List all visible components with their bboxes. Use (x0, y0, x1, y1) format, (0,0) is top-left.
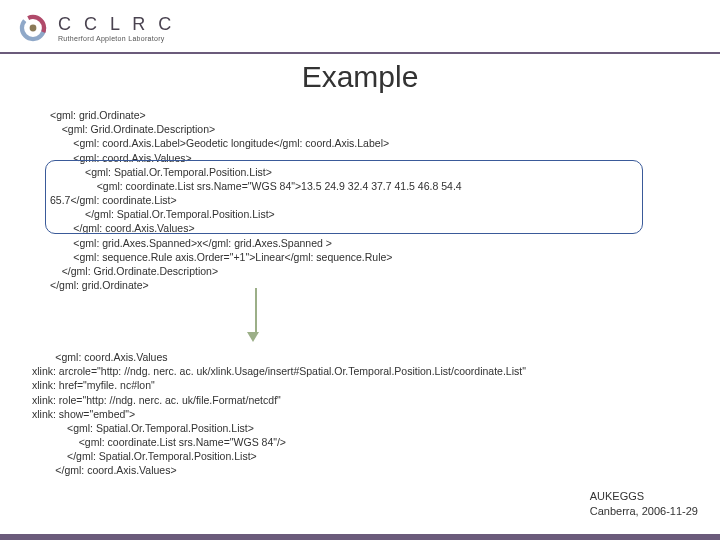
slide-header: C C L R C Rutherford Appleton Laboratory (0, 0, 720, 54)
gml-code-block-2: <gml: coord.Axis.Values xlink: arcrole="… (32, 350, 526, 478)
gml-code-block-1: <gml: grid.Ordinate> <gml: Grid.Ordinate… (50, 108, 462, 292)
slide-title: Example (0, 60, 720, 94)
footer-line1: AUKEGGS (590, 489, 698, 503)
footer-line2: Canberra, 2006-11-29 (590, 504, 698, 518)
org-sub: Rutherford Appleton Laboratory (58, 35, 175, 42)
footer-meta: AUKEGGS Canberra, 2006-11-29 (590, 489, 698, 518)
footer-bar (0, 534, 720, 540)
svg-point-2 (30, 25, 37, 32)
down-arrow-icon (252, 288, 259, 342)
org-main: C C L R C (58, 14, 175, 35)
cclrc-logo-icon (16, 11, 50, 45)
org-name-block: C C L R C Rutherford Appleton Laboratory (58, 14, 175, 42)
